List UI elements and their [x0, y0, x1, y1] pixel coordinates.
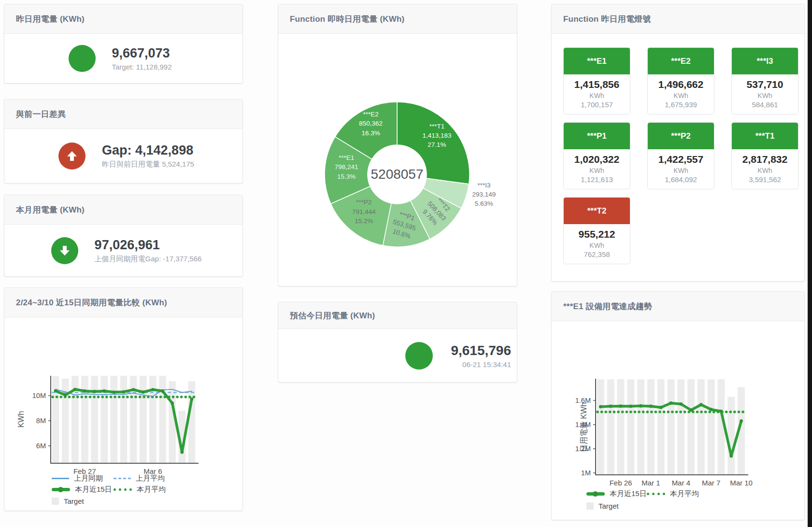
light-card-unit: KWh: [649, 167, 713, 174]
donut-label-pct: 15.2%: [352, 216, 376, 226]
legend-label: 上月同期: [74, 474, 103, 482]
card-estimate-title: 預估今日用電量 (KWh): [290, 310, 375, 321]
svg-text:Mar 4: Mar 4: [672, 479, 690, 487]
chart-legend-row: Target: [586, 501, 641, 510]
card-yesterday-title: 昨日用電量 (KWh): [16, 14, 85, 25]
light-card-I3[interactable]: ***I3537,710KWh584,861: [731, 47, 798, 114]
legend-marker-thick: [586, 492, 605, 496]
donut-label-value: 850,362: [359, 119, 383, 128]
light-card-target: 3,591,562: [733, 175, 797, 184]
light-card-E2[interactable]: ***E21,496,662KWh1,675,939: [647, 47, 714, 114]
donut-label-value: 293,149: [472, 190, 496, 199]
legend-label: Target: [598, 502, 619, 510]
donut-label-value: 798,241: [335, 163, 358, 172]
legend-item[interactable]: Target: [586, 501, 641, 510]
light-card-value: 1,020,322: [565, 154, 629, 165]
light-card-T1[interactable]: ***T12,817,832KWh3,591,562: [731, 122, 798, 189]
light-card-value: 1,422,557: [649, 154, 713, 165]
light-card-header: ***P1: [564, 123, 630, 149]
svg-text:8M: 8M: [36, 417, 46, 425]
trend-chart-plot[interactable]: 1.6M1.4M1.2M1MFeb 26Mar 1Mar 4Mar 7Mar 1…: [552, 292, 804, 520]
light-card-unit: KWh: [565, 92, 629, 100]
card-yesterday-header: 昨日用電量 (KWh): [4, 4, 242, 34]
legend-marker-dots: [114, 488, 132, 491]
yesterday-usage-target: Target: 11,128,992: [112, 63, 185, 71]
chart-legend-row: 本月近15日本月平均: [586, 489, 701, 499]
light-card-target: 1,684,092: [649, 175, 713, 184]
light-card-value: 1,496,662: [649, 79, 713, 90]
status-circle-green: [405, 342, 433, 370]
light-card-unit: KWh: [565, 167, 629, 174]
legend-marker-square: [52, 498, 59, 505]
legend-marker-dash: [114, 478, 131, 479]
light-card-P2[interactable]: ***P21,422,557KWh1,684,092: [647, 122, 714, 189]
card-yesterday-usage: 昨日用電量 (KWh) 9,667,073 Target: 11,128,992: [4, 4, 243, 84]
chart-legend-row: 本月近15日本月平均: [52, 485, 175, 494]
light-card-target: 1,121,613: [565, 175, 629, 184]
donut-chart[interactable]: ***T11,413,18327.1%***I3293,1495.63%***T…: [278, 4, 517, 286]
light-card-body: 1,415,856KWh1,700,157: [564, 74, 630, 114]
card-day-gap-header: 與前一日差異: [4, 100, 242, 129]
y-axis-label: KWh: [17, 411, 26, 428]
light-card-header: ***T2: [564, 198, 630, 224]
panel-compare-chart: 2/24~3/10 近15日同期用電量比較 (KWh) 10M8M6MFeb 2…: [4, 287, 243, 511]
status-circle-green: [69, 45, 96, 72]
light-card-target: 762,358: [565, 250, 629, 258]
legend-label: 本月平均: [137, 485, 166, 493]
light-card-E1[interactable]: ***E11,415,856KWh1,700,157: [563, 47, 630, 114]
light-card-unit: KWh: [565, 242, 629, 249]
light-card-header: ***E1: [564, 48, 630, 74]
yesterday-usage-value: 9,667,073: [112, 46, 185, 61]
panel-donut: Function 即時日用電量 (KWh) ***T11,413,18327.1…: [278, 4, 517, 286]
light-card-body: 1,496,662KWh1,675,939: [648, 74, 714, 114]
card-estimate-header: 預估今日用電量 (KWh): [278, 302, 517, 329]
lights-grid: ***E11,415,856KWh1,700,157***E21,496,662…: [552, 4, 804, 281]
legend-label: 本月近15日: [610, 489, 647, 498]
arrow-down-icon: [51, 237, 78, 264]
chart-legend-row: Target: [52, 496, 114, 505]
donut-label-name: ***P2: [352, 198, 376, 207]
donut-label-pct: 5.63%: [472, 199, 496, 208]
legend-item[interactable]: 本月近15日: [586, 489, 647, 499]
arrow-up-icon: [58, 142, 85, 170]
donut-slice-label: ***P2791,44415.2%: [352, 198, 376, 226]
estimate-value: 9,615,796: [448, 343, 511, 358]
legend-item[interactable]: Target: [52, 497, 114, 505]
screen-right-edge: [808, 0, 812, 527]
legend-item[interactable]: 本月平均: [647, 489, 701, 499]
donut-label-value: 1,413,183: [422, 131, 451, 140]
legend-label: Target: [64, 497, 84, 505]
light-card-value: 1,415,856: [565, 79, 629, 90]
light-card-unit: KWh: [649, 92, 713, 100]
light-card-P1[interactable]: ***P11,020,322KWh1,121,613: [563, 122, 630, 189]
legend-item[interactable]: 上月同期: [52, 474, 114, 483]
donut-label-name: ***T1: [422, 122, 451, 131]
panel-trend-chart: ***E1 設備用電達成趨勢 1.6M1.4M1.2M1MFeb 26Mar 1…: [551, 291, 805, 520]
light-card-T2[interactable]: ***T2955,212KWh762,358: [563, 197, 630, 264]
legend-item[interactable]: 本月平均: [114, 485, 175, 494]
light-card-target: 1,675,939: [649, 100, 713, 109]
day-gap-sub: 昨日與前日用電量 5,524,175: [102, 160, 194, 169]
donut-label-pct: 15.3%: [335, 172, 358, 181]
compare-chart-plot[interactable]: 10M8M6MFeb 27Mar 6KWh上月同期上月平均本月近15日本月平均T…: [4, 288, 242, 511]
legend-item[interactable]: 本月近15日: [52, 485, 114, 494]
light-card-header: ***I3: [732, 48, 798, 74]
panel-usage-lights: Function 昨日用電燈號 ***E11,415,856KWh1,700,1…: [551, 4, 805, 282]
legend-item[interactable]: 上月平均: [114, 474, 175, 483]
y-axis-label: 日用電量 KWh: [579, 402, 589, 452]
svg-text:Feb 26: Feb 26: [610, 479, 632, 487]
estimate-timestamp: 06-21 15:34:41: [448, 360, 511, 369]
svg-text:Mar 1: Mar 1: [641, 479, 660, 487]
donut-slice-label: ***E1798,24115.3%: [335, 154, 358, 181]
light-card-value: 537,710: [733, 79, 797, 90]
light-card-body: 2,817,832KWh3,591,562: [732, 149, 798, 189]
light-card-header: ***P2: [648, 123, 714, 149]
light-card-target: 584,861: [733, 100, 797, 109]
svg-text:Mar 7: Mar 7: [702, 479, 720, 487]
light-card-header: ***E2: [648, 48, 714, 74]
card-month-usage: 本月用電量 (KWh) 97,026,961 上個月同期用電Gap: -17,3…: [4, 195, 243, 277]
light-card-body: 1,422,557KWh1,684,092: [648, 149, 714, 189]
legend-marker-thick: [52, 488, 70, 491]
svg-text:6M: 6M: [36, 442, 46, 450]
svg-text:Mar 10: Mar 10: [730, 479, 753, 487]
